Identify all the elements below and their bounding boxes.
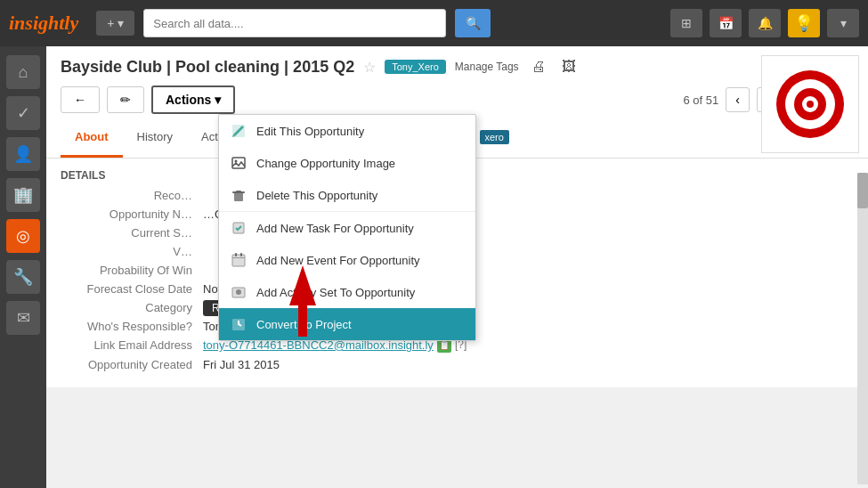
xero-badge[interactable]: Tony_Xero: [385, 60, 446, 74]
tab-about[interactable]: About: [61, 123, 123, 158]
sidebar-item-projects[interactable]: 🔧: [6, 260, 40, 294]
sidebar-item-contacts[interactable]: 👤: [6, 137, 40, 171]
detail-label-prob: Probability Of Win: [61, 264, 203, 277]
actions-button[interactable]: Actions ▾: [151, 85, 235, 114]
nav-icons: ⊞ 📅 🔔 💡 ▾: [670, 9, 859, 37]
user-dropdown-btn[interactable]: ▾: [827, 9, 859, 37]
image-button[interactable]: 🖼: [558, 57, 580, 77]
svg-rect-12: [232, 255, 245, 266]
scrollbar-track[interactable]: [857, 173, 868, 484]
bell-icon-btn[interactable]: 🔔: [749, 9, 781, 37]
xero-text-badge: xero: [480, 130, 509, 144]
sidebar-item-tasks[interactable]: ✓: [6, 96, 40, 130]
add-button[interactable]: + ▾: [96, 11, 134, 36]
menu-item-add-activity[interactable]: Add Activity Set To Opportunity: [219, 276, 475, 308]
svg-rect-6: [232, 158, 245, 168]
image-menu-icon: [230, 154, 247, 172]
menu-label-convert: Convert To Project: [256, 318, 352, 331]
menu-item-image[interactable]: Change Opportunity Image: [219, 147, 475, 179]
menu-item-edit[interactable]: Edit This Opportunity: [219, 115, 475, 147]
actions-label: Actions ▾: [166, 93, 221, 107]
dropdown-menu: Edit This Opportunity Change Opportunity…: [218, 114, 476, 341]
search-input[interactable]: [143, 9, 446, 37]
manage-tags[interactable]: Manage Tags: [455, 61, 519, 73]
delete-menu-icon: [230, 186, 247, 204]
sidebar: ⌂ ✓ 👤 🏢 ◎ 🔧 ✉: [0, 46, 46, 488]
prev-page-button[interactable]: ‹: [726, 87, 750, 112]
sidebar-item-home[interactable]: ⌂: [6, 55, 40, 89]
menu-item-convert[interactable]: Convert To Project: [219, 308, 475, 340]
detail-value-created: Fri Jul 31 2015: [203, 358, 280, 371]
page-title: Bayside Club | Pool cleaning | 2015 Q2: [61, 58, 354, 77]
detail-label-email: Link Email Address: [61, 338, 203, 353]
detail-label-responsible: Who's Responsible?: [61, 320, 203, 333]
detail-label-close: Forecast Close Date: [61, 282, 203, 296]
sidebar-item-opportunities[interactable]: ◎: [6, 219, 40, 253]
svg-rect-8: [234, 192, 243, 201]
activity-menu-icon: [230, 283, 247, 301]
target-svg: [775, 69, 846, 140]
star-icon[interactable]: ☆: [363, 59, 376, 76]
opportunity-image: [761, 55, 859, 153]
calendar-icon-btn[interactable]: 📅: [710, 9, 742, 37]
detail-label-value: V…: [61, 245, 203, 258]
edit-menu-icon: [230, 122, 247, 140]
svg-rect-15: [232, 257, 245, 258]
menu-item-add-event[interactable]: Add New Event For Opportunity: [219, 244, 475, 276]
tab-history[interactable]: History: [123, 123, 187, 158]
menu-item-delete[interactable]: Delete This Opportunity: [219, 179, 475, 211]
svg-rect-14: [240, 253, 242, 256]
svg-rect-13: [235, 253, 237, 256]
svg-rect-10: [232, 191, 245, 193]
print-button[interactable]: 🖨: [528, 57, 549, 77]
page-title-row: Bayside Club | Pool cleaning | 2015 Q2 ☆…: [61, 57, 854, 77]
detail-label-oppname: Opportunity N…: [61, 207, 203, 221]
detail-label-category: Category: [61, 301, 203, 314]
detail-label-record: Reco…: [61, 189, 203, 202]
menu-label-add-activity: Add Activity Set To Opportunity: [256, 286, 415, 299]
svg-point-4: [807, 101, 814, 108]
convert-menu-icon: [230, 315, 247, 333]
sidebar-item-email[interactable]: ✉: [6, 301, 40, 335]
sidebar-item-organizations[interactable]: 🏢: [6, 178, 40, 212]
scrollbar-thumb[interactable]: [857, 173, 868, 208]
svg-point-17: [236, 289, 241, 295]
detail-label-created: Opportunity Created: [61, 358, 203, 371]
header-actions-row: ← ✏ Actions ▾ 6 of 51 ‹ › Follow: [61, 85, 854, 114]
back-button[interactable]: ←: [61, 86, 100, 113]
detail-row-created: Opportunity Created Fri Jul 31 2015: [61, 358, 854, 371]
menu-item-add-task[interactable]: Add New Task For Opportunity: [219, 212, 475, 244]
menu-label-add-task: Add New Task For Opportunity: [256, 222, 414, 235]
search-button[interactable]: 🔍: [455, 9, 491, 37]
edit-button[interactable]: ✏: [107, 86, 144, 113]
pagination-info: 6 of 51: [683, 94, 718, 107]
event-menu-icon: [230, 251, 247, 269]
detail-label-status: Current S…: [61, 226, 203, 240]
navbar: insightly + ▾ 🔍 ⊞ 📅 🔔 💡 ▾: [0, 0, 868, 46]
user-button[interactable]: 💡: [788, 9, 820, 37]
logo: insightly: [9, 12, 78, 35]
task-menu-icon: [230, 219, 247, 237]
menu-label-add-event: Add New Event For Opportunity: [256, 254, 420, 267]
menu-label-delete: Delete This Opportunity: [256, 189, 377, 202]
menu-label-image: Change Opportunity Image: [256, 157, 395, 170]
grid-icon-btn[interactable]: ⊞: [670, 9, 702, 37]
menu-label-edit: Edit This Opportunity: [256, 125, 364, 138]
